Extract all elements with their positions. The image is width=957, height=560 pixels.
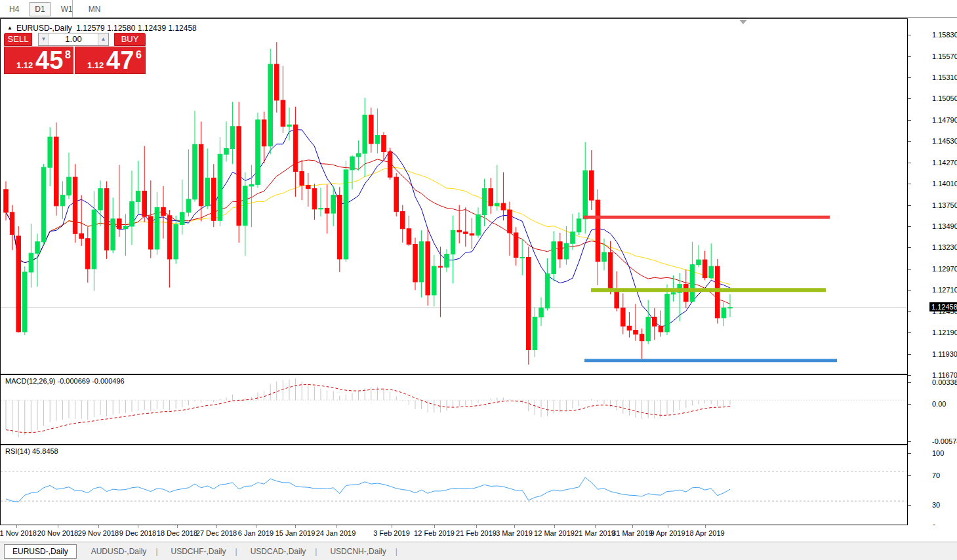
tab-usdchf[interactable]: USDCHF-,Daily	[163, 545, 234, 558]
macd-axis-tick	[908, 441, 911, 442]
timeframe-button-h4[interactable]: H4	[4, 2, 24, 16]
rsi-chart	[1, 445, 907, 525]
volume-field[interactable]: 1.00	[52, 33, 95, 45]
macd-axis-label: 0.00	[932, 400, 946, 408]
date-axis-tick	[138, 525, 138, 528]
price-axis-label: 1.12970	[932, 265, 957, 273]
date-axis-tick	[476, 525, 477, 528]
buy-price-prefix: 1.12	[87, 60, 104, 70]
price-axis-tick	[908, 375, 911, 376]
date-axis-label: 9 Apr 2019	[650, 529, 685, 537]
sell-price-big: 45	[35, 47, 63, 74]
price-axis-label: 1.14010	[932, 180, 957, 188]
price-axis-tick	[908, 56, 911, 57]
rsi-label: RSI(14) 45.8458	[5, 447, 58, 455]
macd-indicator-pane[interactable]: MACD(12,26,9) -0.000669 -0.000496	[0, 375, 907, 445]
date-axis-label: 24 Jan 2019	[316, 529, 356, 537]
price-axis-label: 1.15570	[932, 52, 957, 60]
chart-tabbar: EURUSD-,DailyAUDUSD-,Daily|USDCHF-,Daily…	[0, 542, 957, 560]
date-axis-tick	[256, 525, 256, 528]
rsi-axis-label: 30	[932, 501, 940, 509]
date-axis-tick	[392, 525, 392, 528]
date-axis-label: 9 Dec 2018	[119, 529, 156, 537]
price-axis-label: 1.13750	[932, 201, 957, 209]
main-chart-pane[interactable]: ▲EURUSD-,Daily 1.12579 1.12580 1.12439 1…	[0, 18, 907, 375]
sell-price-prefix: 1.12	[16, 60, 33, 70]
price-axis-tick	[908, 141, 911, 142]
buy-price-big: 47	[106, 47, 134, 74]
volume-stepper: ▼ 1.00 ▲	[38, 33, 109, 46]
price-axis-label: 1.14270	[932, 159, 957, 167]
date-axis[interactable]: 11 Nov 201820 Nov 201829 Nov 20189 Dec 2…	[0, 525, 957, 542]
price-axis-label: 1.14790	[932, 116, 957, 124]
date-axis-tick	[434, 525, 435, 528]
date-axis-label: 3 Feb 2019	[373, 529, 410, 537]
date-axis-tick	[98, 525, 99, 528]
price-axis-tick	[908, 290, 911, 290]
price-axis-tick	[908, 35, 911, 35]
date-axis-label: 18 Apr 2019	[685, 529, 724, 537]
date-axis-label: 11 Nov 2018	[0, 529, 37, 537]
date-axis-label: 29 Nov 2018	[78, 529, 119, 537]
tab-divider: |	[396, 547, 397, 556]
date-axis-tick	[216, 525, 217, 528]
timeframe-button-w1[interactable]: W1	[56, 2, 78, 16]
price-axis-tick	[908, 163, 911, 163]
trading-platform-window: H4D1W1MN ▲EURUSD-,Daily 1.12579 1.12580 …	[0, 0, 957, 560]
price-axis-tick	[908, 98, 911, 99]
timeframe-button-d1[interactable]: D1	[30, 2, 50, 16]
tab-divider: |	[235, 547, 237, 556]
price-axis-label: 1.14530	[932, 137, 957, 145]
macd-axis-label: 0.003386	[932, 378, 957, 386]
buy-price-pip: 6	[136, 49, 142, 61]
timeframe-toolbar: H4D1W1MN	[0, 0, 957, 18]
tab-eurusd[interactable]: EURUSD-,Daily	[4, 544, 77, 559]
macd-axis-label: -0.00574	[932, 437, 957, 445]
price-axis-tick	[908, 120, 911, 121]
toolbar-separator	[72, 0, 73, 17]
price-axis-tick	[908, 354, 911, 355]
tab-usdcad[interactable]: USDCAD-,Daily	[243, 545, 314, 558]
date-axis-tick	[58, 525, 58, 528]
date-axis-label: 27 Dec 2018	[196, 529, 237, 537]
price-axis-tick	[908, 247, 911, 248]
rsi-axis-tick	[908, 475, 911, 476]
tab-usdcnh[interactable]: USDCNH-,Daily	[322, 545, 394, 558]
collapse-panel-icon[interactable]: ▲	[7, 25, 12, 31]
date-axis-label: 18 Dec 2018	[157, 529, 197, 537]
rsi-axis-tick	[908, 453, 911, 454]
date-axis-label: 6 Jan 2019	[238, 529, 274, 537]
rsi-indicator-pane[interactable]: RSI(14) 45.8458	[0, 445, 907, 525]
sell-price-button[interactable]: 1.12 45 8	[4, 47, 73, 74]
date-axis-tick	[632, 525, 633, 528]
price-axis-label: 1.15050	[932, 94, 957, 102]
volume-increase-icon[interactable]: ▲	[98, 33, 108, 45]
date-axis-tick	[514, 525, 515, 528]
price-axis-label: 1.13490	[932, 222, 957, 230]
price-axis-tick	[908, 205, 911, 206]
rsi-axis-label: 70	[932, 471, 940, 479]
volume-decrease-icon[interactable]: ▼	[39, 33, 49, 45]
sell-button[interactable]: SELL	[4, 33, 32, 46]
date-axis-tick	[705, 525, 706, 528]
price-axis-label: 1.15310	[932, 73, 957, 81]
date-axis-tick	[336, 525, 336, 528]
date-axis-tick	[595, 525, 596, 528]
date-axis-label: 21 Mar 2019	[575, 529, 615, 537]
date-axis-label: 12 Mar 2019	[534, 529, 575, 537]
date-axis-tick	[668, 525, 668, 528]
date-axis-tick	[295, 525, 296, 528]
tab-audusd[interactable]: AUDUSD-,Daily	[83, 545, 155, 558]
buy-price-button[interactable]: 1.12 47 6	[75, 47, 146, 74]
date-axis-label: 20 Nov 2018	[37, 529, 78, 537]
buy-button[interactable]: BUY	[114, 33, 146, 46]
quote-header: ▲EURUSD-,Daily 1.12579 1.12580 1.12439 1…	[7, 24, 197, 33]
date-axis-label: 31 Mar 2019	[612, 529, 653, 537]
timeframe-button-mn[interactable]: MN	[83, 2, 106, 16]
price-axis-label: 1.12710	[932, 286, 957, 294]
chart-shift-marker-icon[interactable]	[739, 20, 747, 24]
price-axis-label: 1.15830	[932, 31, 957, 39]
rsi-axis-label: 100	[932, 449, 944, 457]
price-axis[interactable]: 1.158301.155701.153101.150501.147901.145…	[907, 18, 957, 525]
date-axis-label: 12 Feb 2019	[414, 529, 455, 537]
